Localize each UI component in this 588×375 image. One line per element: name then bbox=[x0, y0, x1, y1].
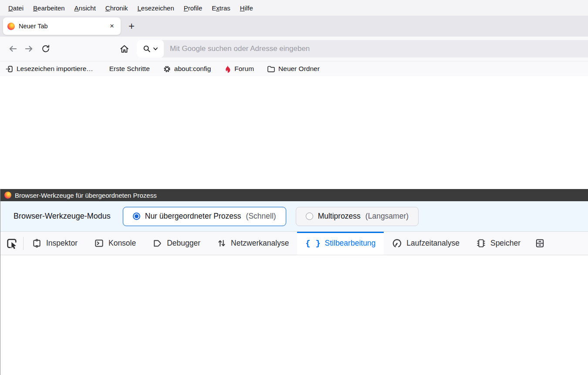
devtools-tab-label: Speicher bbox=[490, 239, 520, 248]
tab-strip: Neuer Tab × + bbox=[0, 16, 588, 37]
search-icon bbox=[143, 45, 151, 53]
gear-icon bbox=[163, 65, 171, 73]
mode-option-hint: (Schnell) bbox=[246, 212, 276, 221]
devtools-tab-debugger[interactable]: Debugger bbox=[144, 232, 209, 255]
menu-extras[interactable]: Extras bbox=[207, 4, 235, 12]
toolbox-title-bar: Browser-Werkzeuge für übergeordneten Pro… bbox=[0, 189, 588, 201]
mode-option-radio[interactable]: Multiprozess(Langsamer) bbox=[296, 207, 419, 226]
devtools-tab-label: Laufzeitanalyse bbox=[406, 239, 460, 248]
mode-option-label: Multiprozess bbox=[318, 212, 361, 221]
menu-lesezeichen[interactable]: Lesezeichen bbox=[133, 4, 179, 12]
storage-icon bbox=[535, 238, 545, 248]
menu-bar: DateiBearbeitenAnsichtChronikLesezeichen… bbox=[0, 0, 588, 16]
devtools-tab-label: Inspektor bbox=[46, 239, 78, 248]
bookmark-label: Neuer Ordner bbox=[278, 65, 320, 73]
menu-bearbeiten[interactable]: Bearbeiten bbox=[28, 4, 70, 12]
bookmark-item[interactable]: Forum bbox=[224, 65, 254, 73]
url-bar[interactable] bbox=[137, 40, 588, 57]
menu-ansicht[interactable]: Ansicht bbox=[70, 4, 101, 12]
menu-profile[interactable]: Profile bbox=[179, 4, 207, 12]
navigation-bar bbox=[0, 37, 588, 61]
mode-options: Nur übergeordneter Prozess(Schnell)Multi… bbox=[123, 207, 419, 226]
devtools-tab-label: Stilbearbeitung bbox=[325, 239, 376, 248]
search-engine-chip[interactable] bbox=[137, 40, 164, 57]
bookmark-label: Forum bbox=[234, 65, 254, 73]
chip-icon bbox=[476, 238, 486, 248]
back-button[interactable] bbox=[4, 41, 21, 57]
node-picker-button[interactable] bbox=[0, 232, 23, 255]
debugger-icon bbox=[152, 238, 162, 248]
node-picker-icon bbox=[6, 237, 18, 250]
bookmark-label: Erste Schritte bbox=[109, 65, 150, 73]
browser-tab[interactable]: Neuer Tab × bbox=[3, 17, 121, 35]
devtools-tab-console[interactable]: Konsole bbox=[86, 232, 144, 255]
bookmark-item[interactable]: Lesezeichen importiere… bbox=[5, 65, 93, 73]
mode-label: Browser-Werkzeuge-Modus bbox=[14, 212, 111, 221]
firefox-window-icon bbox=[4, 192, 11, 199]
gauge-icon bbox=[392, 238, 402, 248]
menu-hilfe[interactable]: Hilfe bbox=[235, 4, 258, 12]
devtools-tab-inspector[interactable]: Inspektor bbox=[24, 232, 86, 255]
mode-option-hint: (Langsamer) bbox=[365, 212, 409, 221]
devtools-tab-netmonitor[interactable]: Netzwerkanalyse bbox=[209, 232, 297, 255]
browser-toolbox-window: Browser-Werkzeuge für übergeordneten Pro… bbox=[0, 189, 588, 375]
page-content bbox=[0, 76, 588, 189]
console-icon bbox=[94, 238, 104, 248]
braces-icon: { } bbox=[305, 239, 320, 248]
inspector-icon bbox=[32, 238, 42, 248]
forward-button[interactable] bbox=[21, 41, 37, 57]
menu-datei[interactable]: Datei bbox=[3, 4, 28, 12]
devtools-tab-label: Debugger bbox=[167, 239, 200, 248]
bookmark-item[interactable]: Neuer Ordner bbox=[267, 65, 320, 73]
bookmark-label: Lesezeichen importiere… bbox=[17, 65, 93, 73]
tab-close-icon[interactable]: × bbox=[108, 22, 116, 30]
devtools-tab-performance[interactable]: Laufzeitanalyse bbox=[384, 232, 468, 255]
reload-button[interactable] bbox=[37, 41, 54, 57]
bookmarks-toolbar: Lesezeichen importiere…Erste Schritteabo… bbox=[0, 61, 588, 76]
chevron-down-icon bbox=[153, 47, 158, 51]
devtools-tab-storage[interactable] bbox=[529, 232, 548, 255]
url-input[interactable] bbox=[164, 44, 588, 53]
mode-option-label: Nur übergeordneter Prozess bbox=[145, 212, 241, 221]
import-bookmarks-icon bbox=[5, 65, 14, 73]
network-arrows-icon bbox=[217, 238, 226, 248]
devtools-tab-bar: InspektorKonsoleDebuggerNetzwerkanalyse{… bbox=[0, 232, 588, 255]
radio-icon bbox=[133, 213, 140, 220]
mode-option-radio[interactable]: Nur übergeordneter Prozess(Schnell) bbox=[123, 207, 286, 226]
devtools-tab-label: Netzwerkanalyse bbox=[231, 239, 289, 248]
tab-title: Neuer Tab bbox=[19, 23, 108, 30]
bookmark-label: about:config bbox=[174, 65, 211, 73]
home-button[interactable] bbox=[116, 41, 132, 57]
toolbox-mode-bar: Browser-Werkzeuge-Modus Nur übergeordnet… bbox=[0, 201, 588, 232]
toolbox-title: Browser-Werkzeuge für übergeordneten Pro… bbox=[15, 192, 157, 199]
bookmark-item[interactable]: Erste Schritte bbox=[106, 65, 150, 73]
folder-icon bbox=[267, 65, 275, 73]
devtools-tab-label: Konsole bbox=[108, 239, 136, 248]
radio-icon bbox=[306, 213, 313, 220]
flame-icon bbox=[224, 65, 231, 73]
menu-chronik[interactable]: Chronik bbox=[101, 4, 133, 12]
devtools-tab-styleeditor[interactable]: { }Stilbearbeitung bbox=[297, 232, 384, 255]
firefox-tab-icon bbox=[7, 23, 15, 30]
bookmark-item[interactable]: about:config bbox=[163, 65, 211, 73]
devtools-tab-memory[interactable]: Speicher bbox=[468, 232, 529, 255]
new-tab-button[interactable]: + bbox=[128, 20, 135, 32]
